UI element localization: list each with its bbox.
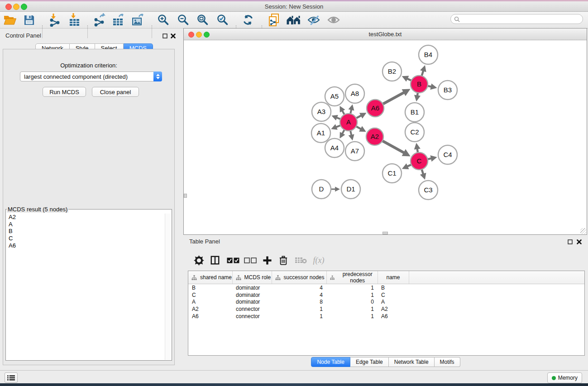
refresh-view-icon[interactable] (240, 13, 256, 27)
bottom-pane-handle[interactable] (382, 232, 388, 234)
network-graph[interactable]: B4B2BB3A5A8A6B1A3AA1C2A2A4A7C4CC1C3DD1 (184, 40, 587, 234)
table-cell[interactable]: A2 (188, 305, 232, 313)
table-cell[interactable]: 1 (326, 284, 378, 291)
import-network-icon[interactable] (47, 13, 62, 27)
graph-edge-arrowhead (414, 95, 421, 101)
select-all-icon[interactable] (226, 253, 240, 267)
column-header-successor-nodes[interactable]: successor nodes (272, 271, 326, 284)
delete-table-icon[interactable] (293, 253, 308, 267)
table-cell[interactable]: 1 (272, 305, 326, 313)
graph-node-label: A3 (317, 108, 325, 115)
memory-button[interactable]: Memory (547, 372, 582, 383)
column-header-predecessor-nodes[interactable]: predecessor nodes (326, 271, 378, 284)
table-cell-filler (409, 298, 584, 305)
tab-motifs[interactable]: Motifs (435, 357, 460, 367)
export-table-icon[interactable] (110, 13, 126, 27)
table-cell[interactable]: A6 (188, 313, 232, 320)
column-header-name[interactable]: name (378, 271, 409, 284)
tab-network-table[interactable]: Network Table (389, 357, 435, 367)
table-cell[interactable]: 8 (272, 298, 326, 305)
table-cell[interactable]: connector (232, 305, 272, 313)
left-pane-handle[interactable] (184, 194, 187, 198)
main-titlebar: Session: New Session (0, 1, 588, 12)
graph-edge-arrowhead (430, 155, 437, 162)
table-cell[interactable]: connector (232, 313, 272, 320)
table-cell[interactable]: A (378, 298, 409, 305)
run-mcds-button[interactable]: Run MCDS (43, 87, 86, 97)
save-session-icon[interactable] (21, 13, 37, 27)
network-canvas[interactable]: B4B2BB3A5A8A6B1A3AA1C2A2A4A7C4CC1C3DD1 (184, 40, 587, 234)
resize-grip-icon[interactable] (580, 228, 586, 234)
mcds-result-item[interactable]: A2 (9, 214, 165, 221)
add-column-icon[interactable] (260, 253, 274, 267)
optimization-criterion-dropdown[interactable]: largest connected component (directed) (20, 71, 162, 81)
table-cell[interactable]: C (378, 291, 409, 299)
table-cell[interactable]: 4 (272, 284, 326, 291)
table-cell[interactable]: 1 (326, 305, 378, 313)
graph-edge-arrowhead (430, 83, 437, 90)
column-header-shared-name[interactable]: shared name (188, 271, 232, 284)
table-cell[interactable]: dominator (232, 284, 272, 291)
deselect-all-icon[interactable] (243, 253, 258, 267)
table-cell[interactable]: 4 (272, 291, 326, 299)
table-cell[interactable]: A6 (378, 313, 409, 320)
home-icon[interactable] (286, 13, 301, 27)
delete-column-icon[interactable] (277, 253, 290, 267)
export-network-icon[interactable] (91, 13, 107, 27)
table-cell[interactable]: A2 (378, 305, 409, 313)
table-row[interactable]: A2connector11A2 (188, 305, 584, 313)
table-cell[interactable]: A (188, 298, 232, 305)
table-cell[interactable]: 0 (326, 298, 378, 305)
split-panel-icon[interactable] (209, 253, 221, 267)
table-panel-close-icon[interactable] (576, 238, 582, 245)
import-table-icon[interactable] (67, 13, 82, 27)
new-network-from-file-icon[interactable] (266, 13, 282, 27)
function-builder-icon[interactable]: f(x) (311, 253, 327, 267)
mcds-result-scrollbar[interactable] (165, 214, 171, 360)
table-cell[interactable]: 1 (272, 313, 326, 320)
open-file-icon[interactable] (2, 13, 18, 27)
table-cell[interactable]: 1 (326, 313, 378, 320)
table-cell[interactable]: dominator (232, 298, 272, 305)
table-row[interactable]: A6connector11A6 (188, 313, 584, 320)
settings-gear-icon[interactable] (192, 253, 205, 267)
toolbar-divider (42, 25, 43, 38)
control-panel-close-icon[interactable] (170, 33, 176, 39)
mcds-result-group: MCDS result (5 nodes) A2ABCA6 (5, 206, 172, 361)
hide-details-icon[interactable] (306, 13, 321, 27)
table-cell[interactable]: B (188, 284, 232, 291)
mcds-result-item[interactable]: C (9, 235, 165, 242)
table-row[interactable]: Cdominator41C (188, 291, 584, 299)
mcds-result-list[interactable]: A2ABCA6 (6, 214, 165, 360)
zoom-out-icon[interactable] (176, 13, 191, 27)
node-table[interactable]: shared name MCDS role successor nodes pr… (188, 271, 585, 356)
show-graphics-details-icon[interactable] (326, 13, 341, 27)
mcds-result-item[interactable]: A (9, 221, 165, 228)
zoom-selected-icon[interactable] (215, 13, 230, 27)
search-field[interactable] (450, 14, 583, 24)
table-panel-float-icon[interactable] (567, 238, 573, 245)
table-panel-title: Table Panel (189, 238, 220, 245)
tab-node-table[interactable]: Node Table (311, 357, 350, 367)
table-row[interactable]: Bdominator41B (188, 284, 584, 291)
table-cell[interactable]: C (188, 291, 232, 299)
table-cell[interactable]: B (378, 284, 409, 291)
close-panel-button[interactable]: Close panel (92, 87, 139, 97)
task-history-button[interactable] (5, 372, 18, 383)
zoom-in-icon[interactable] (156, 13, 171, 27)
table-cell-filler (409, 305, 584, 313)
control-panel-title: Control Panel (5, 32, 41, 39)
column-header-MCDS-role[interactable]: MCDS role (232, 271, 272, 284)
export-image-icon[interactable] (130, 13, 146, 27)
graph-node-label: A5 (330, 92, 339, 100)
mcds-result-item[interactable]: A6 (9, 242, 165, 249)
zoom-fit-icon[interactable] (195, 13, 210, 27)
table-row[interactable]: Adominator80A (188, 298, 584, 305)
table-cell[interactable]: 1 (326, 291, 378, 299)
search-icon (454, 16, 460, 22)
tab-edge-table[interactable]: Edge Table (350, 357, 389, 367)
mcds-result-item[interactable]: B (9, 228, 165, 235)
control-panel-float-icon[interactable] (162, 33, 168, 39)
search-input[interactable] (462, 15, 583, 23)
table-cell[interactable]: dominator (232, 291, 272, 299)
